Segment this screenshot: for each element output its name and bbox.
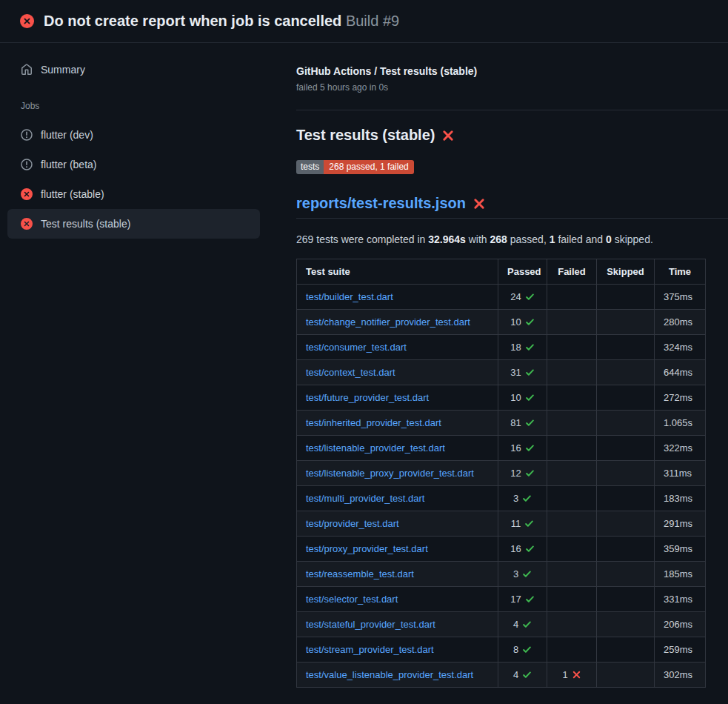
passed-cell: 81: [498, 411, 547, 436]
sidebar-item-flutter-dev[interactable]: flutter (dev): [7, 120, 260, 150]
skipped-cell: [597, 537, 655, 562]
skipped-cell: [597, 486, 655, 511]
run-failed-icon: [20, 14, 34, 28]
failed-cell: [547, 461, 597, 486]
test-suite-cell: test/context_test.dart: [297, 360, 498, 385]
passed-cell: 24: [498, 285, 547, 310]
time-cell: 324ms: [655, 335, 706, 360]
test-suite-link[interactable]: test/selector_test.dart: [306, 594, 398, 605]
test-suite-link[interactable]: test/stream_provider_test.dart: [306, 644, 434, 655]
failed-cell: [547, 310, 597, 335]
summary-passed-count: 268: [490, 233, 507, 245]
test-suite-link[interactable]: test/value_listenable_provider_test.dart: [306, 669, 473, 680]
passed-cell: 16: [498, 537, 547, 562]
failed-cell: [547, 385, 597, 411]
count-value: 8: [513, 644, 518, 655]
test-suite-cell: test/multi_provider_test.dart: [297, 486, 498, 511]
run-header: Do not create report when job is cancell…: [0, 0, 728, 43]
passed-cell: 3: [498, 562, 547, 587]
report-heading-row: reports/test-results.json: [296, 195, 728, 219]
count-value: 11: [511, 518, 521, 529]
time-cell: 359ms: [655, 537, 706, 562]
test-suite-link[interactable]: test/future_provider_test.dart: [306, 392, 429, 403]
time-cell: 375ms: [655, 285, 706, 310]
skipped-cell: [597, 411, 655, 436]
summary-skipped-count: 0: [606, 233, 612, 245]
passed-cell: 11: [498, 511, 547, 537]
skipped-cell: [597, 587, 655, 612]
sidebar-item-flutter-stable[interactable]: flutter (stable): [7, 179, 260, 209]
time-cell: 280ms: [655, 310, 706, 335]
jobs-heading: Jobs: [21, 101, 260, 111]
results-table-head: Test suite Passed Failed Skipped Time: [297, 259, 706, 285]
failed-cell: [547, 335, 597, 360]
time-cell: 272ms: [655, 385, 706, 411]
check-icon: [522, 645, 532, 654]
test-suite-cell: test/listenable_provider_test.dart: [297, 436, 498, 461]
report-link[interactable]: reports/test-results.json: [296, 195, 466, 212]
column-header-passed: Passed: [498, 259, 547, 285]
time-cell: 291ms: [655, 511, 706, 537]
jobs-list: flutter (dev) flutter (beta) flutter (st…: [7, 120, 260, 239]
results-table: Test suite Passed Failed Skipped Time te…: [296, 259, 706, 688]
skipped-cell: [597, 335, 655, 360]
test-suite-cell: test/stateful_provider_test.dart: [297, 612, 498, 637]
time-cell: 302ms: [655, 663, 706, 688]
passed-cell: 31: [498, 360, 547, 385]
test-suite-link[interactable]: test/multi_provider_test.dart: [306, 493, 424, 504]
check-icon: [524, 519, 534, 528]
skipped-cell: [597, 436, 655, 461]
time-cell: 183ms: [655, 486, 706, 511]
test-suite-cell: test/proxy_provider_test.dart: [297, 537, 498, 562]
count-value: 16: [510, 442, 521, 454]
test-suite-link[interactable]: test/listenable_proxy_provider_test.dart: [306, 468, 474, 479]
test-suite-link[interactable]: test/reassemble_test.dart: [306, 568, 414, 580]
time-cell: 185ms: [655, 562, 706, 587]
check-icon: [525, 594, 535, 604]
test-suite-link[interactable]: test/inherited_provider_test.dart: [306, 417, 441, 428]
skipped-cell: [597, 285, 655, 310]
test-suite-link[interactable]: test/consumer_test.dart: [306, 342, 407, 353]
test-suite-cell: test/reassemble_test.dart: [297, 562, 498, 587]
table-row: test/multi_provider_test.dart3183ms: [297, 486, 706, 511]
test-suite-link[interactable]: test/proxy_provider_test.dart: [306, 543, 428, 554]
check-icon: [525, 317, 535, 327]
count-value: 31: [510, 367, 521, 378]
workflow-breadcrumb: GitHub Actions / Test results (stable): [296, 65, 728, 77]
test-suite-link[interactable]: test/builder_test.dart: [306, 291, 393, 302]
build-number: Build #9: [346, 13, 399, 29]
passed-cell: 8: [498, 637, 547, 663]
test-suite-link[interactable]: test/stateful_provider_test.dart: [306, 619, 435, 630]
summary-text: skipped.: [612, 233, 653, 245]
passed-cell: 12: [498, 461, 547, 486]
count-value: 81: [510, 417, 521, 428]
divider: [296, 110, 728, 110]
test-suite-cell: test/builder_test.dart: [297, 285, 498, 310]
check-icon: [525, 443, 535, 453]
summary-text: with: [466, 233, 490, 245]
table-row: test/inherited_provider_test.dart811.065…: [297, 411, 706, 436]
sidebar-item-label: flutter (stable): [41, 188, 104, 200]
sidebar-item-test-results-stable[interactable]: Test results (stable): [7, 209, 260, 239]
test-suite-cell: test/listenable_proxy_provider_test.dart: [297, 461, 498, 486]
header-row: Test suite Passed Failed Skipped Time: [297, 259, 706, 285]
column-header-failed: Failed: [547, 259, 597, 285]
section-title: Test results (stable): [296, 127, 728, 144]
passed-cell: 10: [498, 385, 547, 411]
column-header-skipped: Skipped: [597, 259, 655, 285]
table-row: test/listenable_provider_test.dart16322m…: [297, 436, 706, 461]
table-row: test/stateful_provider_test.dart4206ms: [297, 612, 706, 637]
test-suite-link[interactable]: test/context_test.dart: [306, 367, 395, 378]
test-suite-link[interactable]: test/listenable_provider_test.dart: [306, 442, 445, 454]
failed-cell: 1: [547, 663, 597, 688]
sidebar-item-flutter-beta[interactable]: flutter (beta): [7, 150, 260, 179]
sidebar-item-summary[interactable]: Summary: [7, 55, 260, 84]
test-suite-link[interactable]: test/change_notifier_provider_test.dart: [306, 316, 470, 328]
count-value: 18: [510, 342, 521, 353]
time-cell: 331ms: [655, 587, 706, 612]
test-suite-cell: test/future_provider_test.dart: [297, 385, 498, 411]
failed-cell: [547, 587, 597, 612]
failed-cell: [547, 486, 597, 511]
test-suite-link[interactable]: test/provider_test.dart: [306, 518, 399, 529]
table-row: test/stream_provider_test.dart8259ms: [297, 637, 706, 663]
